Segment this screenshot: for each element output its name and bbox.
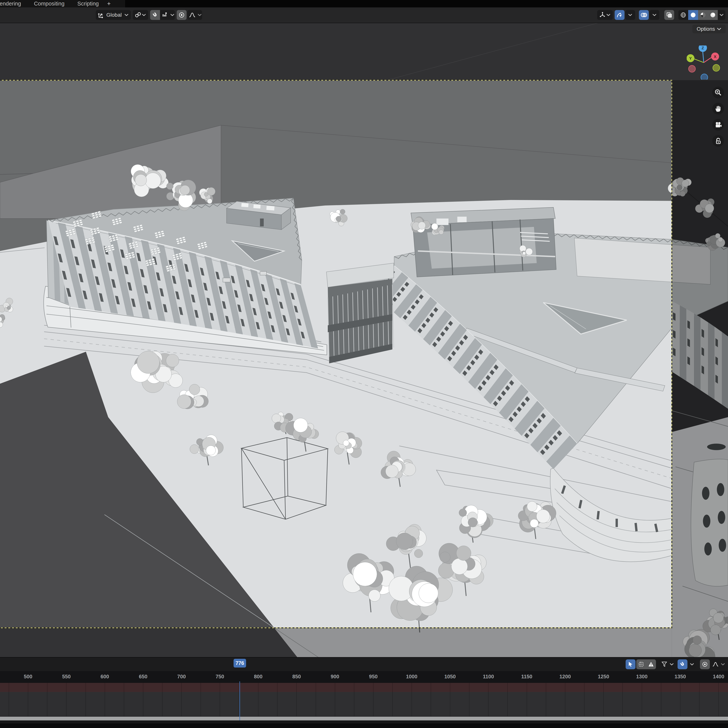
snap-target-button[interactable] (160, 10, 170, 20)
axis-orbit-gizmo[interactable]: Z Y X (687, 46, 721, 80)
topbar: endering Compositing Scripting + (0, 0, 728, 8)
show-gizmo-toggle[interactable] (615, 10, 624, 20)
show-overlays-toggle[interactable] (639, 10, 649, 20)
ruler-frame-label: 750 (216, 674, 224, 680)
ruler-frame-label: 800 (254, 674, 263, 680)
toggle-xray-button[interactable] (664, 10, 674, 20)
playhead-line[interactable] (239, 681, 240, 720)
current-frame-badge[interactable]: 776 (234, 659, 246, 668)
snap-magnet-icon (151, 11, 159, 19)
chevron-down-icon[interactable] (688, 663, 696, 665)
snap-target-icon (162, 12, 168, 18)
filter-button[interactable] (659, 659, 669, 669)
zoom-tool-button[interactable] (712, 87, 724, 98)
select-cursor-button[interactable] (626, 659, 635, 669)
shading-wireframe-button[interactable] (678, 10, 688, 20)
workspace-tabs: endering Compositing Scripting + (0, 0, 125, 8)
axis-z-label: Z (702, 46, 704, 50)
shading-solid-icon (690, 12, 696, 18)
ruler-frame-label: 1300 (636, 674, 648, 680)
passepartout-bottom (0, 628, 672, 657)
gizmo-visibility-icon (599, 12, 606, 18)
axis-neg-x-ball[interactable] (688, 66, 695, 72)
filter-funnel-icon (661, 661, 667, 667)
show-gizmo-dropdown[interactable] (625, 10, 635, 20)
lock-icon (714, 137, 722, 145)
proportional-falloff-button[interactable] (187, 10, 197, 20)
ruler-frame-label: 700 (177, 674, 186, 680)
timeline-falloff-button[interactable] (711, 659, 720, 669)
ruler-frame-label: 850 (292, 674, 301, 680)
timeline-scrollbar[interactable] (0, 717, 728, 720)
lock-view-button[interactable] (712, 135, 724, 147)
transform-orientation-icon (98, 12, 104, 18)
timeline-footer (0, 720, 728, 723)
passepartout-top (0, 23, 728, 80)
tab-compositing[interactable]: Compositing (28, 1, 71, 7)
timeline-editor[interactable]: 5005506006507007508008509009501000105011… (0, 657, 728, 728)
chevron-down-icon (124, 14, 129, 16)
camera-view-icon (714, 121, 722, 128)
building-link (326, 263, 394, 363)
ruler-frame-label: 1400 (713, 674, 724, 680)
ruler-frame-label: 1350 (674, 674, 686, 680)
shading-material-button[interactable] (698, 10, 708, 20)
tab-rendering[interactable]: endering (0, 1, 28, 7)
show-hidden-icon (638, 661, 644, 667)
timeline-gridlines (0, 683, 728, 716)
timeline-ruler[interactable]: 5005506006507007508008509009501000105011… (0, 671, 728, 683)
shading-material-icon (700, 12, 706, 18)
timeline-footer-black (0, 723, 728, 728)
axis-neg-y-ball[interactable] (713, 64, 720, 71)
add-workspace-button[interactable]: + (105, 0, 113, 7)
toggle-xray-icon (666, 12, 672, 18)
pan-hand-icon (714, 105, 722, 112)
transform-orientation-dropdown[interactable]: Global (96, 10, 131, 20)
options-label: Options (697, 26, 715, 32)
show-overlays-icon (641, 12, 647, 18)
timeline-proportional-toggle[interactable] (700, 659, 710, 669)
falloff-curve-icon (713, 661, 719, 667)
snap-magnet-icon (679, 660, 687, 668)
ruler-frame-label: 1000 (406, 674, 417, 680)
shading-dropdown[interactable] (718, 14, 725, 16)
ruler-frame-label: 900 (330, 674, 339, 680)
pivot-point-icon (135, 12, 141, 18)
chevron-down-icon (141, 14, 146, 16)
axis-neg-z-ball[interactable] (701, 74, 708, 80)
chevron-down-icon[interactable] (197, 14, 202, 16)
shading-solid-button[interactable] (688, 10, 698, 20)
pivot-point-dropdown[interactable] (133, 10, 148, 20)
shading-wireframe-icon (680, 12, 686, 18)
show-errors-button[interactable] (646, 659, 656, 669)
zoom-icon (714, 89, 722, 96)
select-cursor-icon (628, 661, 633, 667)
ruler-frame-label: 1050 (444, 674, 456, 680)
show-hidden-button[interactable] (636, 659, 646, 669)
gizmo-visibility-dropdown[interactable] (597, 10, 613, 20)
timeline-header (0, 658, 728, 671)
proportional-editing-icon (702, 661, 708, 667)
overlays-dropdown[interactable] (650, 10, 659, 20)
chevron-down-icon[interactable] (170, 14, 175, 16)
proportional-editing-toggle[interactable] (177, 10, 187, 20)
chevron-down-icon[interactable] (669, 663, 674, 665)
pan-tool-button[interactable] (712, 103, 724, 115)
proportional-editing-icon (179, 12, 185, 18)
axis-y-label: Y (689, 56, 692, 60)
options-dropdown[interactable]: Options (692, 24, 726, 34)
axis-x-label: X (714, 54, 716, 59)
ruler-frame-label: 1200 (560, 674, 571, 680)
ruler-frame-label: 550 (62, 674, 71, 680)
viewport-canvas[interactable] (0, 23, 728, 657)
chevron-down-icon[interactable] (720, 663, 725, 665)
timeline-snap-toggle[interactable] (678, 659, 687, 669)
shading-rendered-button[interactable] (708, 10, 718, 20)
snap-magnet-toggle[interactable] (150, 10, 160, 20)
blender-window: endering Compositing Scripting + Global (0, 0, 728, 728)
camera-view-button[interactable] (712, 119, 724, 131)
tab-scripting[interactable]: Scripting (71, 1, 105, 7)
viewport-3d[interactable]: Options Z Y X (0, 23, 728, 657)
ruler-frame-label: 600 (101, 674, 109, 680)
ruler-frame-label: 1100 (483, 674, 494, 680)
